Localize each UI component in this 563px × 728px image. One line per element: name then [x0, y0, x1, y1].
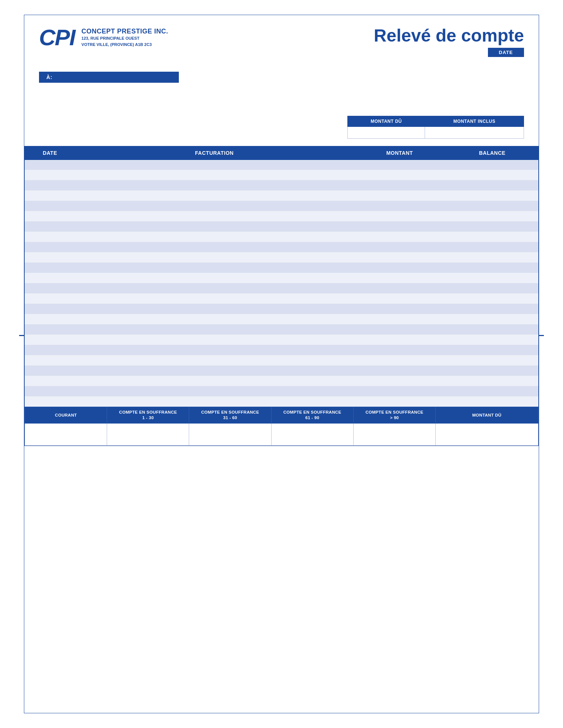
table-row — [25, 324, 539, 335]
table-cell — [25, 283, 75, 293]
table-row — [25, 293, 539, 304]
table-cell — [75, 335, 353, 345]
table-cell — [25, 201, 75, 211]
table-cell — [446, 201, 539, 211]
table-cell — [353, 355, 446, 365]
table-cell — [25, 345, 75, 355]
table-cell — [75, 252, 353, 263]
table-cell — [353, 263, 446, 273]
table-cell — [75, 396, 353, 407]
table-cell — [446, 232, 539, 242]
table-cell — [25, 324, 75, 335]
table-cell — [75, 180, 353, 190]
table-row — [25, 396, 539, 407]
company-address-line1: 123, RUE PRINCIPALE OUEST — [81, 35, 168, 42]
footer-col4-header: COMPTE EN SOUFFRANCE 61 - 90 — [271, 407, 353, 424]
table-cell — [75, 314, 353, 324]
main-table-section: DATE FACTURATION MONTANT BALANCE — [24, 146, 539, 407]
col-balance-header: BALANCE — [446, 146, 539, 160]
table-cell — [25, 335, 75, 345]
table-cell — [353, 314, 446, 324]
table-cell — [353, 293, 446, 304]
table-cell — [75, 324, 353, 335]
table-cell — [446, 221, 539, 232]
table-cell — [446, 335, 539, 345]
footer-table-section: COURANT COMPTE EN SOUFFRANCE 1 - 30 COMP… — [24, 407, 539, 446]
table-row — [25, 211, 539, 221]
footer-1-30-value — [107, 424, 189, 446]
table-row — [25, 376, 539, 386]
summary-col1-value — [348, 126, 425, 138]
table-cell — [75, 201, 353, 211]
table-cell — [75, 242, 353, 252]
table-cell — [75, 345, 353, 355]
table-cell — [25, 232, 75, 242]
footer-summary-table: COURANT COMPTE EN SOUFFRANCE 1 - 30 COMP… — [25, 407, 538, 446]
table-row — [25, 273, 539, 283]
table-row — [25, 242, 539, 252]
company-info: CONCEPT PRESTIGE INC. 123, RUE PRINCIPAL… — [81, 28, 168, 47]
table-cell — [446, 376, 539, 386]
main-title: Relevé de compte — [374, 26, 524, 46]
table-cell — [446, 263, 539, 273]
company-name: CONCEPT PRESTIGE INC. — [81, 28, 168, 35]
table-row — [25, 304, 539, 314]
table-cell — [25, 211, 75, 221]
table-cell — [446, 293, 539, 304]
footer-col2-header: COMPTE EN SOUFFRANCE 1 - 30 — [107, 407, 189, 424]
table-cell — [353, 283, 446, 293]
table-cell — [25, 396, 75, 407]
table-cell — [25, 304, 75, 314]
table-cell — [25, 293, 75, 304]
table-cell — [353, 345, 446, 355]
table-row — [25, 283, 539, 293]
footer-col3-header: COMPTE EN SOUFFRANCE 31 - 60 — [189, 407, 271, 424]
table-cell — [75, 355, 353, 365]
table-cell — [25, 190, 75, 201]
table-cell — [446, 355, 539, 365]
address-label: À: — [39, 72, 179, 83]
summary-col2-value — [425, 126, 524, 138]
table-row — [25, 252, 539, 263]
table-cell — [25, 314, 75, 324]
table-row — [25, 221, 539, 232]
table-cell — [446, 324, 539, 335]
cpi-logo: CPI — [39, 26, 75, 49]
table-cell — [75, 365, 353, 376]
table-cell — [446, 242, 539, 252]
footer-31-60-value — [189, 424, 271, 446]
table-cell — [446, 170, 539, 180]
table-cell — [75, 304, 353, 314]
footer-col1-header: COURANT — [25, 407, 107, 424]
logo-section: CPI CONCEPT PRESTIGE INC. 123, RUE PRINC… — [39, 26, 168, 49]
company-address-line2: VOTRE VILLE, (PROVINCE) A1B 2C3 — [81, 42, 168, 48]
table-cell — [75, 263, 353, 273]
table-cell — [353, 304, 446, 314]
table-row — [25, 160, 539, 170]
table-cell — [353, 232, 446, 242]
document-page: CPI CONCEPT PRESTIGE INC. 123, RUE PRINC… — [24, 15, 539, 713]
table-cell — [353, 242, 446, 252]
summary-section: MONTANT DÛ MONTANT INCLUS — [24, 86, 539, 139]
col-facturation-header: FACTURATION — [75, 146, 353, 160]
table-row — [25, 365, 539, 376]
table-cell — [353, 273, 446, 283]
table-cell — [25, 386, 75, 396]
table-cell — [446, 160, 539, 170]
left-marker — [19, 335, 24, 336]
table-cell — [75, 211, 353, 221]
table-cell — [75, 221, 353, 232]
table-cell — [75, 232, 353, 242]
date-badge: DATE — [488, 48, 524, 57]
table-row — [25, 232, 539, 242]
table-cell — [75, 283, 353, 293]
table-row — [25, 345, 539, 355]
footer-courant-value — [25, 424, 107, 446]
summary-col1-header: MONTANT DÛ — [348, 116, 425, 126]
table-row — [25, 170, 539, 180]
table-cell — [353, 396, 446, 407]
table-row — [25, 263, 539, 273]
table-row — [25, 335, 539, 345]
table-cell — [446, 345, 539, 355]
table-cell — [353, 180, 446, 190]
